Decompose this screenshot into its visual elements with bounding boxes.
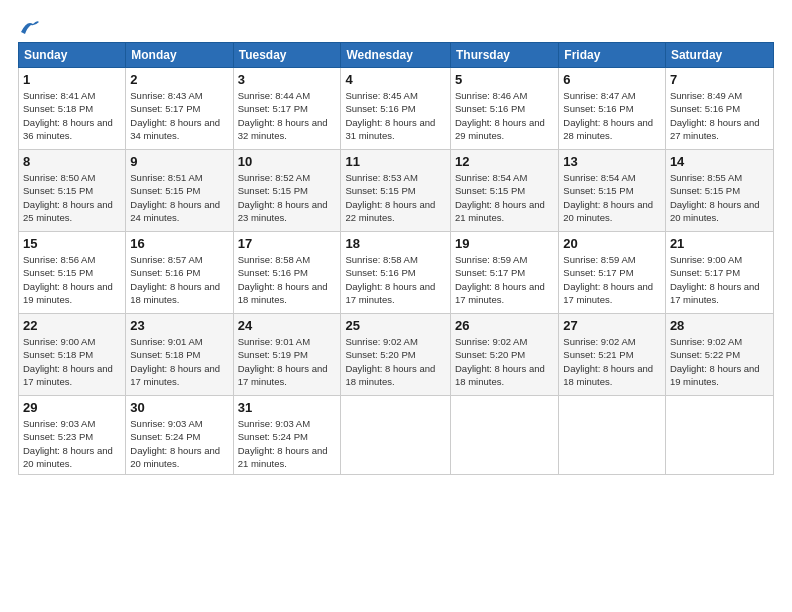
day-number: 22: [23, 318, 121, 333]
table-cell: 18 Sunrise: 8:58 AMSunset: 5:16 PMDaylig…: [341, 232, 451, 314]
table-cell: 19 Sunrise: 8:59 AMSunset: 5:17 PMDaylig…: [451, 232, 559, 314]
table-cell: [559, 396, 666, 475]
day-info: Sunrise: 8:47 AMSunset: 5:16 PMDaylight:…: [563, 90, 653, 141]
logo-bird-icon: [19, 18, 41, 36]
table-cell: 22 Sunrise: 9:00 AMSunset: 5:18 PMDaylig…: [19, 314, 126, 396]
day-number: 21: [670, 236, 769, 251]
table-cell: 9 Sunrise: 8:51 AMSunset: 5:15 PMDayligh…: [126, 150, 233, 232]
day-number: 6: [563, 72, 661, 87]
table-cell: 13 Sunrise: 8:54 AMSunset: 5:15 PMDaylig…: [559, 150, 666, 232]
table-cell: 31 Sunrise: 9:03 AMSunset: 5:24 PMDaylig…: [233, 396, 341, 475]
day-number: 16: [130, 236, 228, 251]
col-sunday: Sunday: [19, 43, 126, 68]
day-info: Sunrise: 8:46 AMSunset: 5:16 PMDaylight:…: [455, 90, 545, 141]
day-number: 26: [455, 318, 554, 333]
table-cell: 2 Sunrise: 8:43 AMSunset: 5:17 PMDayligh…: [126, 68, 233, 150]
table-cell: 7 Sunrise: 8:49 AMSunset: 5:16 PMDayligh…: [665, 68, 773, 150]
day-number: 17: [238, 236, 337, 251]
calendar-table: Sunday Monday Tuesday Wednesday Thursday…: [18, 42, 774, 475]
day-number: 15: [23, 236, 121, 251]
day-info: Sunrise: 8:44 AMSunset: 5:17 PMDaylight:…: [238, 90, 328, 141]
header: [18, 18, 774, 32]
day-info: Sunrise: 8:51 AMSunset: 5:15 PMDaylight:…: [130, 172, 220, 223]
day-info: Sunrise: 9:02 AMSunset: 5:22 PMDaylight:…: [670, 336, 760, 387]
day-info: Sunrise: 9:01 AMSunset: 5:19 PMDaylight:…: [238, 336, 328, 387]
day-info: Sunrise: 8:54 AMSunset: 5:15 PMDaylight:…: [455, 172, 545, 223]
col-monday: Monday: [126, 43, 233, 68]
day-info: Sunrise: 8:53 AMSunset: 5:15 PMDaylight:…: [345, 172, 435, 223]
day-info: Sunrise: 8:54 AMSunset: 5:15 PMDaylight:…: [563, 172, 653, 223]
day-number: 19: [455, 236, 554, 251]
day-number: 30: [130, 400, 228, 415]
day-number: 1: [23, 72, 121, 87]
table-cell: [341, 396, 451, 475]
day-info: Sunrise: 9:03 AMSunset: 5:24 PMDaylight:…: [130, 418, 220, 469]
table-cell: 29 Sunrise: 9:03 AMSunset: 5:23 PMDaylig…: [19, 396, 126, 475]
day-number: 23: [130, 318, 228, 333]
table-cell: 17 Sunrise: 8:58 AMSunset: 5:16 PMDaylig…: [233, 232, 341, 314]
day-number: 14: [670, 154, 769, 169]
day-number: 7: [670, 72, 769, 87]
day-info: Sunrise: 9:03 AMSunset: 5:24 PMDaylight:…: [238, 418, 328, 469]
table-cell: 8 Sunrise: 8:50 AMSunset: 5:15 PMDayligh…: [19, 150, 126, 232]
table-cell: 6 Sunrise: 8:47 AMSunset: 5:16 PMDayligh…: [559, 68, 666, 150]
day-number: 18: [345, 236, 446, 251]
day-number: 5: [455, 72, 554, 87]
day-number: 27: [563, 318, 661, 333]
day-info: Sunrise: 8:58 AMSunset: 5:16 PMDaylight:…: [345, 254, 435, 305]
table-cell: 14 Sunrise: 8:55 AMSunset: 5:15 PMDaylig…: [665, 150, 773, 232]
table-cell: 12 Sunrise: 8:54 AMSunset: 5:15 PMDaylig…: [451, 150, 559, 232]
table-cell: 23 Sunrise: 9:01 AMSunset: 5:18 PMDaylig…: [126, 314, 233, 396]
day-info: Sunrise: 8:58 AMSunset: 5:16 PMDaylight:…: [238, 254, 328, 305]
table-cell: 11 Sunrise: 8:53 AMSunset: 5:15 PMDaylig…: [341, 150, 451, 232]
table-cell: 28 Sunrise: 9:02 AMSunset: 5:22 PMDaylig…: [665, 314, 773, 396]
day-number: 20: [563, 236, 661, 251]
day-info: Sunrise: 8:50 AMSunset: 5:15 PMDaylight:…: [23, 172, 113, 223]
table-cell: 25 Sunrise: 9:02 AMSunset: 5:20 PMDaylig…: [341, 314, 451, 396]
day-number: 12: [455, 154, 554, 169]
day-info: Sunrise: 8:57 AMSunset: 5:16 PMDaylight:…: [130, 254, 220, 305]
table-cell: 4 Sunrise: 8:45 AMSunset: 5:16 PMDayligh…: [341, 68, 451, 150]
day-number: 11: [345, 154, 446, 169]
table-cell: 3 Sunrise: 8:44 AMSunset: 5:17 PMDayligh…: [233, 68, 341, 150]
day-number: 25: [345, 318, 446, 333]
table-cell: 26 Sunrise: 9:02 AMSunset: 5:20 PMDaylig…: [451, 314, 559, 396]
table-cell: 30 Sunrise: 9:03 AMSunset: 5:24 PMDaylig…: [126, 396, 233, 475]
table-cell: 15 Sunrise: 8:56 AMSunset: 5:15 PMDaylig…: [19, 232, 126, 314]
table-cell: 16 Sunrise: 8:57 AMSunset: 5:16 PMDaylig…: [126, 232, 233, 314]
day-number: 4: [345, 72, 446, 87]
table-cell: 1 Sunrise: 8:41 AMSunset: 5:18 PMDayligh…: [19, 68, 126, 150]
table-cell: [665, 396, 773, 475]
day-number: 2: [130, 72, 228, 87]
day-info: Sunrise: 8:56 AMSunset: 5:15 PMDaylight:…: [23, 254, 113, 305]
day-info: Sunrise: 9:02 AMSunset: 5:21 PMDaylight:…: [563, 336, 653, 387]
day-number: 9: [130, 154, 228, 169]
day-info: Sunrise: 9:01 AMSunset: 5:18 PMDaylight:…: [130, 336, 220, 387]
logo: [18, 18, 42, 32]
day-info: Sunrise: 9:03 AMSunset: 5:23 PMDaylight:…: [23, 418, 113, 469]
col-tuesday: Tuesday: [233, 43, 341, 68]
day-number: 28: [670, 318, 769, 333]
header-row: Sunday Monday Tuesday Wednesday Thursday…: [19, 43, 774, 68]
day-number: 24: [238, 318, 337, 333]
day-info: Sunrise: 8:49 AMSunset: 5:16 PMDaylight:…: [670, 90, 760, 141]
day-number: 29: [23, 400, 121, 415]
day-info: Sunrise: 8:43 AMSunset: 5:17 PMDaylight:…: [130, 90, 220, 141]
day-info: Sunrise: 8:59 AMSunset: 5:17 PMDaylight:…: [563, 254, 653, 305]
table-cell: 27 Sunrise: 9:02 AMSunset: 5:21 PMDaylig…: [559, 314, 666, 396]
day-number: 13: [563, 154, 661, 169]
day-info: Sunrise: 9:00 AMSunset: 5:18 PMDaylight:…: [23, 336, 113, 387]
page: Sunday Monday Tuesday Wednesday Thursday…: [0, 0, 792, 612]
day-info: Sunrise: 9:02 AMSunset: 5:20 PMDaylight:…: [455, 336, 545, 387]
table-cell: 20 Sunrise: 8:59 AMSunset: 5:17 PMDaylig…: [559, 232, 666, 314]
table-cell: 10 Sunrise: 8:52 AMSunset: 5:15 PMDaylig…: [233, 150, 341, 232]
day-info: Sunrise: 8:59 AMSunset: 5:17 PMDaylight:…: [455, 254, 545, 305]
col-thursday: Thursday: [451, 43, 559, 68]
table-cell: 5 Sunrise: 8:46 AMSunset: 5:16 PMDayligh…: [451, 68, 559, 150]
day-info: Sunrise: 9:02 AMSunset: 5:20 PMDaylight:…: [345, 336, 435, 387]
day-number: 8: [23, 154, 121, 169]
day-number: 10: [238, 154, 337, 169]
col-friday: Friday: [559, 43, 666, 68]
day-number: 3: [238, 72, 337, 87]
table-cell: [451, 396, 559, 475]
